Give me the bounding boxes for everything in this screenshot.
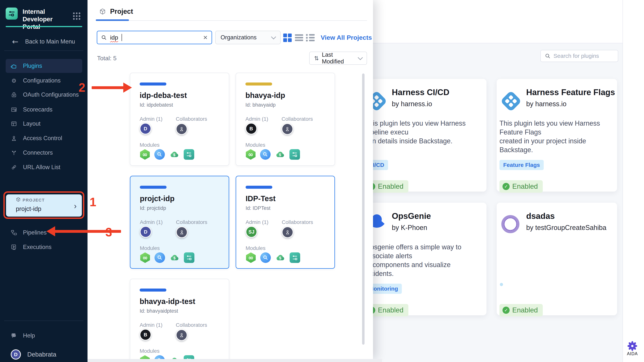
modules-label: Modules xyxy=(140,348,160,354)
project-card-bhavya-idp-test[interactable]: bhavya-idp-test Id: bhavyaidptest Admin … xyxy=(130,279,229,362)
project-id: Id: bhavyaidp xyxy=(246,102,276,108)
total-count: Total: 5 xyxy=(97,55,116,62)
plugin-search-placeholder: Search for plugins xyxy=(554,53,599,59)
project-card-projct-idp[interactable]: projct-idp Id: projctidp Admin (1) Colla… xyxy=(130,176,229,269)
text-caret xyxy=(122,34,122,41)
modules-label: Modules xyxy=(140,142,160,148)
compact-list-view-toggle[interactable] xyxy=(306,33,315,42)
sort-dropdown[interactable]: ⇅ Last Modified xyxy=(309,52,367,65)
plugin-card-dsadas[interactable]: dsadas by testGroupCreateSahiba ✓ Enable… xyxy=(497,203,617,315)
admin-avatar[interactable]: B xyxy=(140,329,151,340)
sidebar-item-scorecards[interactable]: Scorecards xyxy=(6,103,82,117)
clear-search-icon[interactable]: ✕ xyxy=(203,34,208,41)
plugin-card-opsgenie[interactable]: OpsGenie by K-Phoen Opsgenie offers a si… xyxy=(362,203,486,315)
collaborator-avatar[interactable] xyxy=(282,226,294,238)
search-icon xyxy=(101,35,107,40)
sidebar-item-connectors[interactable]: Connectors xyxy=(6,146,82,160)
person-icon xyxy=(285,229,290,235)
project-search-input[interactable]: idp ✕ xyxy=(97,31,212,44)
collaborators-label: Collaborators xyxy=(282,116,313,122)
grid-view-toggle[interactable] xyxy=(283,33,292,42)
sto-module-icon xyxy=(260,149,270,160)
view-all-projects-link[interactable]: View All Projects xyxy=(321,34,372,41)
lock-icon xyxy=(10,92,17,98)
aida-flower-icon xyxy=(628,341,637,351)
ccm-module-icon: $ xyxy=(275,252,286,263)
sidebar-item-configurations[interactable]: ⚙ Configurations xyxy=(6,74,82,88)
gear-icon: ⚙ xyxy=(10,77,17,84)
ccm-module-icon: $ xyxy=(275,149,285,160)
project-name: IDP-Test xyxy=(246,194,276,203)
card-color-bar xyxy=(140,186,166,189)
project-id: Id: idpdebatest xyxy=(140,102,173,108)
tab-active-indicator xyxy=(96,20,129,21)
svg-text:$: $ xyxy=(173,153,176,157)
project-id: Id: projctidp xyxy=(140,205,166,211)
ccm-module-icon: $ xyxy=(169,149,180,160)
organizations-dropdown[interactable]: Organizations xyxy=(215,31,280,44)
annotation-arrow-3-head xyxy=(46,226,55,236)
project-picker-overlay: Project idp ✕ Organizations xyxy=(88,0,373,359)
tab-label: Project xyxy=(110,8,133,16)
back-to-main-menu[interactable]: ← Back to Main Menu xyxy=(12,37,75,46)
cube-icon xyxy=(99,8,106,15)
project-name: projct-idp xyxy=(140,194,174,203)
collaborator-avatar[interactable] xyxy=(176,329,188,341)
collaborator-avatar[interactable] xyxy=(282,123,293,135)
person-icon xyxy=(284,126,290,132)
admin-avatar[interactable]: B xyxy=(246,123,257,135)
sidebar-item-plugins[interactable]: Plugins xyxy=(6,59,82,73)
plugin-title: Harness Feature Flags xyxy=(526,88,615,97)
cd-module-icon: ∞ xyxy=(140,252,150,263)
app-switcher-icon[interactable] xyxy=(73,13,80,20)
card-color-bar xyxy=(140,288,166,291)
plugin-description: Opsgenie offers a simple way to associat… xyxy=(365,243,480,278)
project-id: Id: bhavyaidptest xyxy=(140,308,178,314)
sidebar-item-layout[interactable]: Layout xyxy=(6,117,82,131)
app-root: Search for plugins Harness CI/CD by harn… xyxy=(0,0,644,362)
user-name: Debabrata xyxy=(27,351,56,358)
right-gutter xyxy=(622,0,644,362)
sidebar-item-help[interactable]: ? Help xyxy=(6,329,82,342)
plugin-title: Harness CI/CD xyxy=(392,88,450,97)
plugin-description: This plugin lets you view Harness pipeli… xyxy=(365,119,480,145)
plugin-author: by harness.io xyxy=(526,100,566,108)
loading-dot xyxy=(500,283,503,286)
project-card-bhavya-idp[interactable]: bhavya-idp Id: bhavyaidp Admin (1) Colla… xyxy=(236,73,335,166)
pipelines-icon xyxy=(10,229,17,236)
idp-module-icon xyxy=(184,149,194,160)
plugin-author: by harness.io xyxy=(392,100,432,108)
modules-label: Modules xyxy=(140,245,160,251)
divider xyxy=(4,51,83,51)
plugin-card-harness-cicd[interactable]: Harness CI/CD by harness.io This plugin … xyxy=(362,79,486,192)
user-menu[interactable]: D Debabrata xyxy=(11,349,56,359)
card-color-bar xyxy=(140,83,166,86)
list-view-toggle[interactable] xyxy=(294,33,304,42)
aida-widget[interactable]: AIDA xyxy=(625,341,640,356)
sidebar-item-executions[interactable]: Executions xyxy=(6,240,82,254)
accent-rule xyxy=(6,26,82,27)
admin-label: Admin (1) xyxy=(246,116,268,122)
sidebar-item-oauth-configurations[interactable]: OAuth Configurations xyxy=(6,88,82,102)
sidebar-item-url-allow-list[interactable]: URL Allow List xyxy=(6,160,82,174)
annotation-number-3: 3 xyxy=(106,225,112,239)
admin-avatar[interactable]: D xyxy=(140,123,151,135)
chevron-down-icon xyxy=(358,55,363,60)
sidebar-item-access-control[interactable]: Access Control xyxy=(6,131,82,145)
admin-avatar[interactable]: D xyxy=(140,226,152,238)
modules-row: ∞ $ xyxy=(246,252,300,263)
list-view-icon xyxy=(295,33,303,42)
plugin-search-input[interactable]: Search for plugins xyxy=(540,50,618,62)
project-card-idp-deba-test[interactable]: idp-deba-test Id: idpdebatest Admin (1) … xyxy=(130,73,229,166)
tab-project[interactable]: Project xyxy=(99,8,133,16)
overlay-scrollbar[interactable] xyxy=(362,74,364,345)
collaborator-avatar[interactable] xyxy=(176,226,188,238)
app-title: Internal Developer Portal xyxy=(22,8,70,31)
plugin-card-feature-flags[interactable]: Harness Feature Flags by harness.io This… xyxy=(497,79,617,192)
annotation-number-1: 1 xyxy=(90,195,96,209)
collaborator-avatar[interactable] xyxy=(176,123,188,135)
admin-avatar[interactable]: SJ xyxy=(246,226,257,238)
project-name: bhavya-idp-test xyxy=(140,297,195,306)
project-card-idp-test[interactable]: IDP-Test Id: IDPTest Admin (1) Collabora… xyxy=(236,176,335,269)
plugins-icon xyxy=(10,63,17,69)
